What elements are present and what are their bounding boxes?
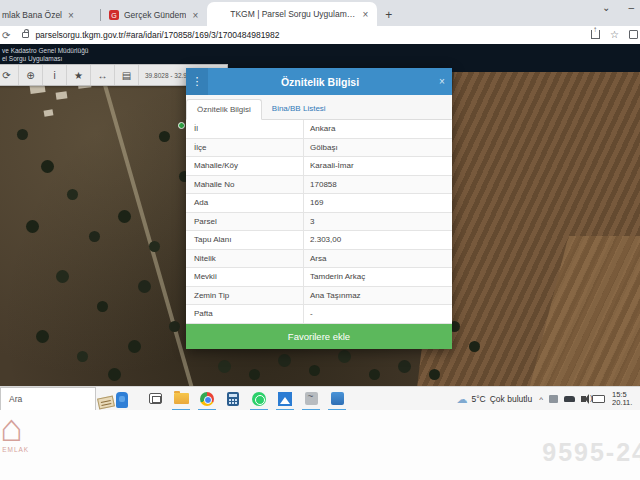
table-row: NitelikArsa <box>186 250 452 269</box>
location-pin-icon <box>215 9 225 19</box>
watermark-strip: ⌂ Ş EMLAK 9595-24 <box>0 410 640 480</box>
backpack-icon <box>116 392 128 408</box>
tab-close-icon[interactable]: × <box>191 10 199 21</box>
row-label: Parsel <box>186 217 303 226</box>
row-value: 2.303,00 <box>303 231 452 249</box>
cloud-sync-icon[interactable] <box>549 395 558 403</box>
news-favicon-icon: G <box>109 10 119 20</box>
ink-app-button[interactable] <box>298 387 324 411</box>
tab-close-icon[interactable]: × <box>361 9 369 20</box>
task-view-icon <box>149 393 162 404</box>
close-icon[interactable]: × <box>432 76 452 87</box>
map-building <box>44 109 54 116</box>
row-value: Gölbaşı <box>303 139 452 157</box>
reload-map-button[interactable]: ⟳ <box>0 65 19 85</box>
row-value: 3 <box>303 213 452 231</box>
search-label: Ara <box>9 394 22 404</box>
keyboard-icon[interactable] <box>592 395 605 403</box>
row-label: İlçe <box>186 143 303 152</box>
tab-title: Gerçek Gündem <box>124 10 186 20</box>
app-header-line2: el Sorgu Uygulaması <box>2 55 640 63</box>
blue-app-button[interactable] <box>324 387 350 411</box>
row-value: Karaali-İmar <box>303 157 452 175</box>
table-row: Mahalle/KöyKaraali-İmar <box>186 157 452 176</box>
hidden-icons-chevron-icon[interactable]: ^ <box>539 395 543 404</box>
folder-icon <box>174 393 189 404</box>
browser-tab-bar: mlak Bana Özel × G Gerçek Gündem × TKGM … <box>0 0 640 26</box>
table-row: Tapu Alanı2.303,00 <box>186 231 452 250</box>
url-bar: ⟳ parselsorgu.tkgm.gov.tr/#ara/idari/170… <box>0 26 640 44</box>
print-button[interactable]: ▤ <box>115 65 139 85</box>
volume-icon[interactable] <box>581 396 586 402</box>
chrome-icon <box>200 392 214 406</box>
table-row: İlAnkara <box>186 120 452 139</box>
share-icon[interactable] <box>591 30 600 39</box>
bookmark-star-icon[interactable]: ☆ <box>610 29 619 40</box>
tab-bina-bb-listesi[interactable]: Bina/BB Listesi <box>262 99 336 119</box>
row-label: Pafta <box>186 309 303 318</box>
tab-tkgm-active[interactable]: TKGM | Parsel Sorgu Uygulaması × <box>207 2 377 26</box>
row-label: Mevkii <box>186 272 303 281</box>
modal-tab-bar: Öznitelik Bilgisi Bina/BB Listesi <box>186 95 452 120</box>
table-row: Pafta- <box>186 305 452 324</box>
screen: mlak Bana Özel × G Gerçek Gündem × TKGM … <box>0 0 640 480</box>
attribute-table: İlAnkara İlçeGölbaşı Mahalle/KöyKaraali-… <box>186 120 452 324</box>
row-value: - <box>303 305 452 323</box>
row-value: Ana Taşınmaz <box>303 287 452 305</box>
device-icon[interactable] <box>564 396 575 402</box>
house-icon: ⌂ <box>0 410 29 446</box>
measure-button[interactable]: ↔ <box>91 65 115 85</box>
system-tray: ^ <box>539 395 605 404</box>
row-label: Zemin Tip <box>186 291 303 300</box>
tab-title: mlak Bana Özel <box>2 10 62 20</box>
side-panel-icon[interactable] <box>629 30 638 39</box>
lock-icon[interactable] <box>22 32 29 38</box>
file-explorer-button[interactable] <box>168 387 194 411</box>
row-label: Ada <box>186 198 303 207</box>
map-building <box>56 91 68 99</box>
info-button[interactable]: i <box>43 65 67 85</box>
weather-condition: Çok bulutlu <box>490 394 533 404</box>
new-tab-button[interactable]: + <box>385 8 392 22</box>
row-label: İl <box>186 124 303 133</box>
tab-oznitelik-bilgisi[interactable]: Öznitelik Bilgisi <box>186 99 262 120</box>
row-value: Tamderin Arkaç <box>303 268 452 286</box>
favorites-star-button[interactable]: ★ <box>67 65 91 85</box>
calculator-button[interactable] <box>220 387 246 411</box>
photos-button[interactable] <box>272 387 298 411</box>
tab-search-chevron-icon[interactable]: ⌄ <box>602 2 610 13</box>
row-value: 170858 <box>303 176 452 194</box>
locate-target-button[interactable]: ⊕ <box>19 65 43 85</box>
tab-emlak[interactable]: mlak Bana Özel × <box>0 4 100 26</box>
modal-title: Öznitelik Bilgisi <box>208 76 432 88</box>
tab-close-icon[interactable]: × <box>67 10 75 21</box>
table-row: Zemin TipAna Taşınmaz <box>186 287 452 306</box>
table-row: Parsel3 <box>186 213 452 232</box>
table-row: MevkiiTamderin Arkaç <box>186 268 452 287</box>
taskbar-clock[interactable]: 15:5 20.11. <box>612 391 638 408</box>
kebab-menu-icon[interactable]: ⋮ <box>186 68 208 95</box>
add-to-favorites-button[interactable]: Favorilere ekle <box>186 324 452 349</box>
tab-title: TKGM | Parsel Sorgu Uygulaması <box>230 9 356 19</box>
whatsapp-button[interactable] <box>246 387 272 411</box>
app-header-line1: ve Kadastro Genel Müdürlüğü <box>2 47 640 55</box>
blue-app-icon <box>331 392 344 405</box>
weather-widget[interactable]: ☁ 5°C Çok bulutlu <box>456 393 532 406</box>
clock-date: 20.11. <box>612 399 638 408</box>
tab-gercek-gundem[interactable]: G Gerçek Gündem × <box>101 4 207 26</box>
url-text[interactable]: parselsorgu.tkgm.gov.tr/#ara/idari/17085… <box>35 30 279 40</box>
reload-icon[interactable]: ⟳ <box>2 30 10 41</box>
task-view-button[interactable] <box>142 387 168 411</box>
table-row: Ada169 <box>186 194 452 213</box>
chrome-button[interactable] <box>194 387 220 411</box>
windows-taskbar: Ara ☁ 5°C Çok bulutlu ^ <box>0 386 640 410</box>
whatsapp-icon <box>252 392 266 406</box>
search-highlights-decoration[interactable] <box>96 387 136 411</box>
agency-logo: ⌂ Ş EMLAK <box>0 410 29 453</box>
map-marker-icon <box>178 122 185 129</box>
calculator-icon <box>227 392 239 406</box>
cloud-icon: ☁ <box>456 393 467 406</box>
photos-icon <box>278 392 292 406</box>
row-label: Tapu Alanı <box>186 235 303 244</box>
minimize-button[interactable]: – <box>628 2 634 13</box>
